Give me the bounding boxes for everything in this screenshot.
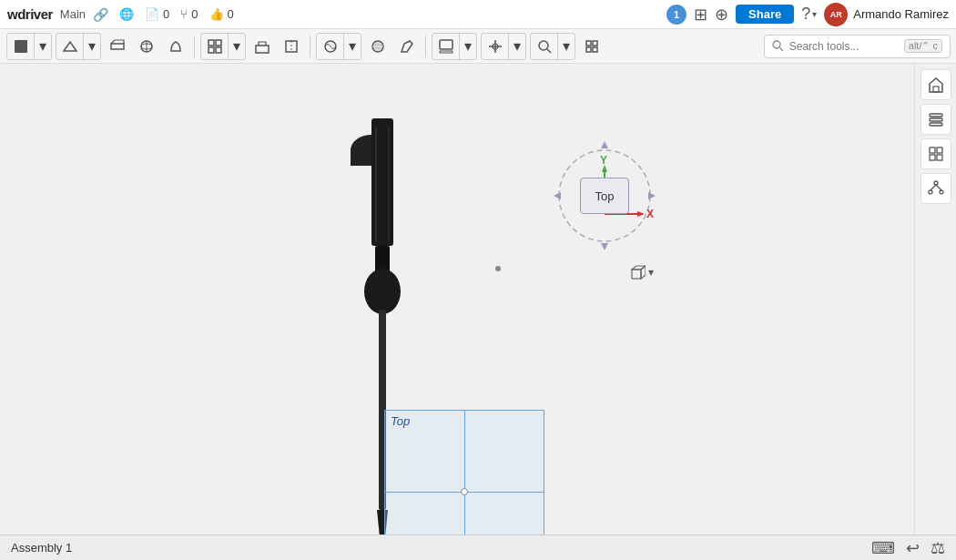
view-icon[interactable] xyxy=(432,34,460,59)
inspect-tools-group: ▾ xyxy=(530,33,575,60)
pattern-icon[interactable] xyxy=(201,34,229,59)
nav-cube-label: Top xyxy=(595,189,615,203)
separator-2 xyxy=(310,36,310,57)
svg-point-56 xyxy=(940,190,943,194)
svg-marker-37 xyxy=(601,141,608,148)
svg-rect-47 xyxy=(930,114,942,117)
cube-dropdown[interactable]: ▾ xyxy=(648,266,654,279)
pattern-tools-group: ▾ xyxy=(200,33,246,60)
fit-view-icon[interactable] xyxy=(578,34,605,59)
history-icon[interactable]: ↩ xyxy=(906,538,920,558)
svg-rect-45 xyxy=(632,270,641,279)
search-input[interactable] xyxy=(789,40,899,53)
solid-icon[interactable] xyxy=(7,34,35,59)
render-dropdown[interactable]: ▾ xyxy=(344,34,361,59)
svg-rect-28 xyxy=(371,118,393,246)
svg-rect-6 xyxy=(216,40,221,46)
statusbar: Assembly 1 ⌨ ↩ ⚖ xyxy=(0,535,956,560)
avatar: AR xyxy=(824,3,848,26)
material-icon[interactable] xyxy=(364,34,392,59)
header-icons: 🌐 📄 0 ⑂ 0 👍 0 xyxy=(119,7,234,21)
status-icons: ⌨ ↩ ⚖ xyxy=(871,538,945,558)
community-icon[interactable]: ⊕ xyxy=(715,5,728,25)
center-point xyxy=(461,488,468,495)
svg-line-27 xyxy=(779,48,783,52)
separator-3 xyxy=(425,36,426,57)
link-icon[interactable]: 🔗 xyxy=(93,7,108,22)
surface-dropdown[interactable]: ▾ xyxy=(84,34,100,59)
svg-point-30 xyxy=(364,269,401,314)
globe-group[interactable]: 🌐 xyxy=(119,7,134,21)
assembly-tree-button[interactable] xyxy=(920,173,951,204)
svg-line-21 xyxy=(547,49,551,53)
svg-marker-35 xyxy=(554,192,561,199)
section-icon[interactable] xyxy=(278,34,305,59)
nav-cube-top-face[interactable]: Top xyxy=(580,178,629,214)
svg-rect-16 xyxy=(440,51,453,53)
snap-dropdown[interactable]: ▾ xyxy=(509,34,525,59)
svg-rect-23 xyxy=(593,41,597,46)
view-dropdown[interactable]: ▾ xyxy=(460,34,476,59)
help-icon: ? xyxy=(801,5,810,24)
like-count: 0 xyxy=(228,7,234,21)
branch-icon: ⑂ xyxy=(180,7,188,21)
help-button[interactable]: ? ▾ xyxy=(801,5,817,24)
parts-list-button[interactable] xyxy=(920,138,951,169)
doc-group[interactable]: 📄 0 xyxy=(145,7,169,21)
branch-name: Main xyxy=(60,7,86,21)
header: wdriver Main 🔗 🌐 📄 0 ⑂ 0 👍 0 1 ⊞ ⊕ Share… xyxy=(0,0,956,29)
view-tools-group: ▾ xyxy=(432,33,477,60)
svg-point-13 xyxy=(372,41,383,52)
cube-icon xyxy=(629,264,646,280)
globe-icon: 🌐 xyxy=(119,7,134,21)
snap-icon[interactable] xyxy=(482,34,509,59)
surface-icon[interactable] xyxy=(56,34,84,59)
sheet-metal-icon[interactable] xyxy=(104,34,131,59)
viewport-center-dot xyxy=(495,266,501,271)
sketch-dropdown[interactable]: ▾ xyxy=(35,34,51,59)
notification-button[interactable]: 1 xyxy=(666,5,686,25)
user-area[interactable]: AR Armando Ramirez xyxy=(824,3,949,26)
svg-point-54 xyxy=(934,181,938,185)
svg-rect-50 xyxy=(930,148,935,153)
svg-point-55 xyxy=(929,190,932,194)
plastic-icon[interactable] xyxy=(162,34,189,59)
layers-button[interactable] xyxy=(920,104,951,135)
svg-rect-46 xyxy=(933,87,939,92)
display-icon[interactable] xyxy=(317,34,344,59)
measure-icon[interactable]: ⚖ xyxy=(931,538,945,558)
sketch-tools-group: ▾ xyxy=(6,33,52,60)
svg-text:Y: Y xyxy=(600,154,607,167)
grid-icon[interactable]: ⊞ xyxy=(694,5,707,25)
cube-toggle-button[interactable]: ▾ xyxy=(629,264,654,280)
svg-line-57 xyxy=(931,185,936,190)
svg-rect-8 xyxy=(216,47,221,53)
app-name: wdriver xyxy=(7,6,53,22)
svg-text:X: X xyxy=(646,208,654,220)
svg-marker-38 xyxy=(601,243,608,250)
svg-rect-9 xyxy=(256,46,269,53)
svg-rect-53 xyxy=(937,155,942,160)
mesh-icon[interactable] xyxy=(133,34,160,59)
svg-line-58 xyxy=(936,185,941,190)
search-tools[interactable]: alt/⌃ c xyxy=(764,35,951,58)
like-group[interactable]: 👍 0 xyxy=(209,7,234,21)
assembly-icon[interactable] xyxy=(249,34,276,59)
svg-rect-15 xyxy=(440,40,453,49)
keyboard-icon[interactable]: ⌨ xyxy=(871,538,895,558)
render-tools-group: ▾ xyxy=(316,33,361,60)
inspect-dropdown[interactable]: ▾ xyxy=(558,34,575,59)
svg-rect-1 xyxy=(111,44,124,49)
share-button[interactable]: Share xyxy=(736,5,794,24)
top-view-box: Top xyxy=(384,410,544,535)
pattern-dropdown[interactable]: ▾ xyxy=(229,34,245,59)
viewport-canvas[interactable]: Top xyxy=(0,64,914,535)
svg-marker-43 xyxy=(637,211,645,217)
branch-group[interactable]: ⑂ 0 xyxy=(180,7,198,21)
toolbar: ▾ ▾ ▾ ▾ xyxy=(0,29,956,64)
main-area: Top xyxy=(0,64,956,535)
home-view-button[interactable] xyxy=(920,69,951,100)
search-shortcut: alt/⌃ c xyxy=(904,39,942,53)
inspect-icon[interactable] xyxy=(531,34,558,59)
appearance-icon[interactable] xyxy=(393,34,421,59)
